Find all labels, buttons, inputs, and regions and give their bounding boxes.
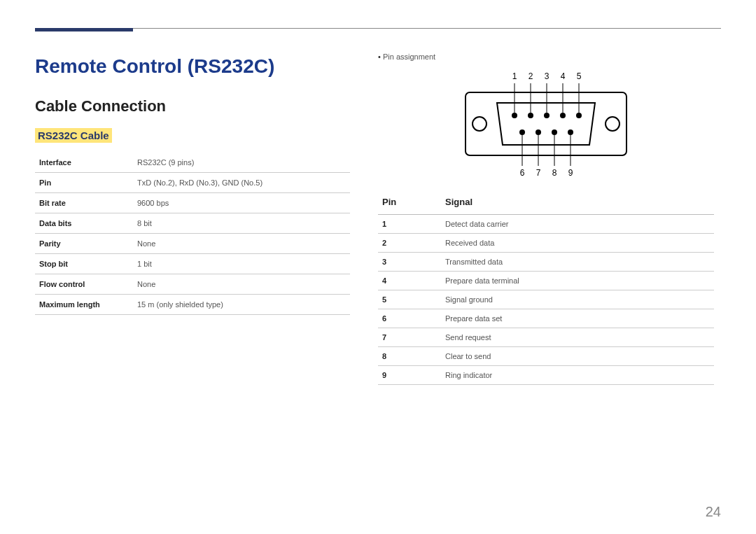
pin-number: 6 [378, 309, 441, 328]
svg-text:9: 9 [568, 168, 573, 178]
pin-signal-table: Pin Signal 1Detect data carrier 2Receive… [378, 192, 714, 385]
pin-number: 9 [378, 366, 441, 385]
svg-point-8 [519, 129, 525, 135]
table-row: 2Received data [378, 234, 714, 253]
svg-point-11 [568, 129, 573, 135]
db9-connector-diagram: 1 2 3 4 5 6 7 8 9 [455, 68, 637, 180]
left-column: Remote Control (RS232C) Cable Connection… [35, 50, 350, 385]
svg-text:6: 6 [520, 168, 525, 178]
table-row: Stop bit1 bit [35, 254, 350, 274]
table-row: 3Transmitted data [378, 253, 714, 272]
signal-name: Transmitted data [441, 253, 714, 272]
table-row: 4Prepare data terminal [378, 272, 714, 290]
spec-label: Pin [35, 173, 133, 193]
svg-point-2 [606, 117, 620, 131]
spec-value: 8 bit [133, 213, 350, 234]
spec-label: Data bits [35, 213, 133, 234]
table-row: Flow controlNone [35, 274, 350, 295]
table-row: 8Clear to send [378, 347, 714, 366]
right-column: Pin assignment [378, 50, 714, 385]
spec-value: TxD (No.2), RxD (No.3), GND (No.5) [133, 173, 350, 193]
spec-value: 1 bit [133, 254, 350, 274]
pin-assignment-note: Pin assignment [378, 52, 714, 61]
svg-point-9 [536, 129, 541, 135]
spec-value: 9600 bps [133, 193, 350, 213]
svg-text:8: 8 [552, 168, 557, 178]
spec-value: None [133, 274, 350, 295]
page-title: Remote Control (RS232C) [35, 55, 350, 78]
spec-table: InterfaceRS232C (9 pins) PinTxD (No.2), … [35, 153, 350, 315]
svg-text:1: 1 [512, 71, 517, 81]
table-row: 5Signal ground [378, 290, 714, 309]
table-row: PinTxD (No.2), RxD (No.3), GND (No.5) [35, 173, 350, 193]
table-header-row: Pin Signal [378, 192, 714, 215]
pin-number: 2 [378, 234, 441, 253]
signal-name: Ring indicator [441, 366, 714, 385]
signal-name: Signal ground [441, 290, 714, 309]
page-number: 24 [706, 504, 721, 520]
signal-name: Clear to send [441, 347, 714, 366]
page-content: Remote Control (RS232C) Cable Connection… [35, 50, 721, 385]
svg-point-6 [560, 113, 566, 118]
pin-number: 1 [378, 215, 441, 234]
table-row: ParityNone [35, 234, 350, 254]
spec-label: Parity [35, 234, 133, 254]
signal-name: Received data [441, 234, 714, 253]
pin-number: 4 [378, 272, 441, 290]
chapter-rule [35, 28, 133, 31]
table-row: 1Detect data carrier [378, 215, 714, 234]
signal-name: Prepare data terminal [441, 272, 714, 290]
spec-value: 15 m (only shielded type) [133, 295, 350, 315]
pin-number: 7 [378, 328, 441, 347]
svg-point-10 [552, 129, 557, 135]
svg-point-4 [528, 113, 533, 118]
table-row: Maximum length15 m (only shielded type) [35, 295, 350, 315]
spec-label: Maximum length [35, 295, 133, 315]
spec-label: Bit rate [35, 193, 133, 213]
subsection-title: RS232C Cable [35, 128, 112, 143]
svg-text:4: 4 [561, 71, 566, 81]
svg-point-5 [544, 113, 550, 118]
pin-number: 5 [378, 290, 441, 309]
table-row: 9Ring indicator [378, 366, 714, 385]
svg-text:2: 2 [528, 71, 533, 81]
signal-name: Prepare data set [441, 309, 714, 328]
pin-header: Pin [378, 192, 441, 215]
spec-label: Stop bit [35, 254, 133, 274]
table-row: Bit rate9600 bps [35, 193, 350, 213]
spec-value: RS232C (9 pins) [133, 153, 350, 173]
svg-point-7 [576, 113, 582, 118]
pin-number: 3 [378, 253, 441, 272]
table-row: 6Prepare data set [378, 309, 714, 328]
spec-label: Flow control [35, 274, 133, 295]
svg-text:5: 5 [577, 71, 582, 81]
signal-name: Send request [441, 328, 714, 347]
pin-number: 8 [378, 347, 441, 366]
table-row: Data bits8 bit [35, 213, 350, 234]
table-row: 7Send request [378, 328, 714, 347]
top-divider [35, 28, 721, 29]
spec-value: None [133, 234, 350, 254]
section-title: Cable Connection [35, 97, 350, 115]
svg-text:7: 7 [536, 168, 541, 178]
svg-rect-0 [465, 92, 626, 155]
signal-name: Detect data carrier [441, 215, 714, 234]
signal-header: Signal [441, 192, 714, 215]
spec-label: Interface [35, 153, 133, 173]
svg-point-1 [472, 117, 486, 131]
table-row: InterfaceRS232C (9 pins) [35, 153, 350, 173]
svg-text:3: 3 [545, 71, 550, 81]
svg-point-3 [512, 113, 517, 118]
